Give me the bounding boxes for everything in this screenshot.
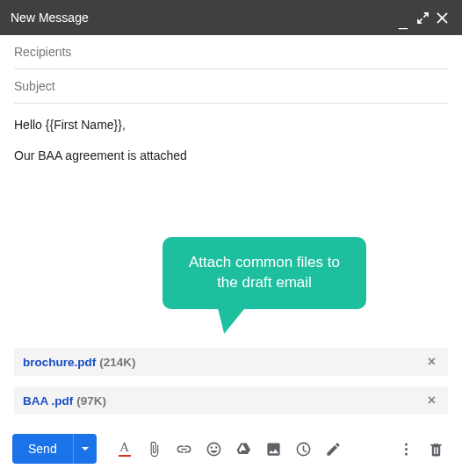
window-title: New Message [11,11,393,25]
attachments-list: brochure.pdf (214K) × BAA .pdf (97K) × [0,348,462,425]
more-options-icon[interactable] [392,435,420,463]
close-button[interactable] [432,8,451,27]
recipients-field[interactable]: Recipients [14,35,448,69]
attachment-size: (97K) [76,394,106,407]
remove-attachment-icon[interactable]: × [424,354,439,370]
attach-file-icon[interactable] [141,435,169,463]
subject-field[interactable]: Subject [14,69,448,104]
titlebar: New Message _ [0,0,462,35]
expand-button[interactable] [413,8,432,27]
compose-window: New Message _ Recipients Subject Hello {… [0,0,462,476]
header-fields: Recipients Subject [0,35,462,104]
body-line: Hello {{First Name}}, [14,116,448,134]
callout-tail [213,304,249,334]
discard-draft-icon[interactable] [422,435,450,463]
insert-photo-icon[interactable] [260,435,288,463]
attachment-row[interactable]: brochure.pdf (214K) × [14,348,448,376]
remove-attachment-icon[interactable]: × [424,393,439,408]
attachment-name: brochure.pdf [23,356,96,369]
body-line: Our BAA agreement is attached [14,147,448,165]
send-options-button[interactable] [73,434,97,464]
formatting-icon[interactable]: A [111,435,139,463]
svg-point-0 [404,443,407,445]
tooltip-callout: Attach common files to the draft email [162,237,366,309]
send-group: Send [12,434,97,464]
emoji-icon[interactable] [200,435,228,463]
minimize-button[interactable]: _ [393,8,413,27]
insert-link-icon[interactable] [170,435,199,463]
insert-signature-icon[interactable] [320,435,348,463]
attachment-size: (214K) [99,356,135,369]
callout-text: Attach common files to the draft email [162,237,366,309]
attachment-name: BAA .pdf [23,394,73,407]
svg-point-2 [404,452,407,455]
drive-icon[interactable] [230,435,258,463]
bottom-toolbar: Send A [0,425,462,476]
send-button[interactable]: Send [12,434,73,464]
attachment-row[interactable]: BAA .pdf (97K) × [14,386,448,415]
confidential-mode-icon[interactable] [290,435,318,463]
svg-point-1 [404,447,407,450]
